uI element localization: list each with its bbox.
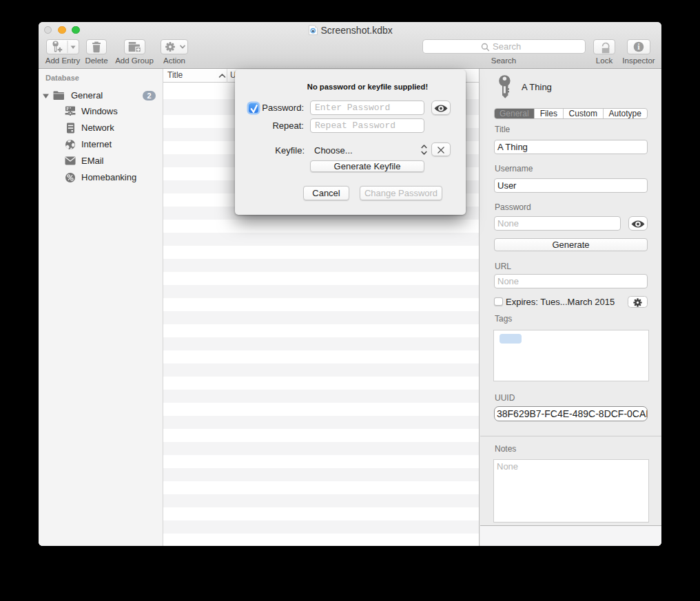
svg-text:i: i [637, 42, 640, 52]
